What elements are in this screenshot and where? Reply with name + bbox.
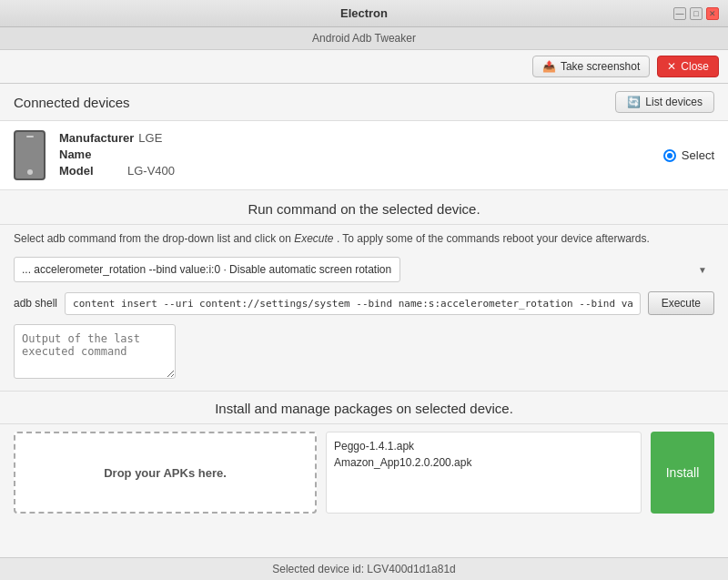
- model-value: LG-V400: [127, 164, 175, 178]
- name-label: Name: [59, 148, 123, 161]
- device-select-control[interactable]: Select: [663, 148, 714, 162]
- close-label: Close: [681, 60, 709, 73]
- screenshot-button[interactable]: 📤 Take screenshot: [532, 56, 650, 77]
- run-command-header: Run command on the selected device.: [0, 190, 728, 225]
- title-bar: Electron — □ ✕: [0, 0, 728, 27]
- adb-row: adb shell Execute: [0, 287, 728, 320]
- manufacturer-label: Manufacturer: [59, 131, 134, 145]
- output-area[interactable]: [14, 324, 176, 379]
- dropdown-arrow-icon: ▼: [698, 265, 707, 275]
- install-row: Drop your APKs here. Peggo-1.4.1.apk Ama…: [0, 424, 728, 521]
- instruction-prefix: Select adb command from the drop-down li…: [14, 232, 291, 245]
- window-title: Electron: [340, 6, 388, 20]
- drop-zone-label: Drop your APKs here.: [104, 466, 227, 480]
- list-devices-button[interactable]: 🔄 List devices: [615, 91, 714, 113]
- subtitle-bar: Android Adb Tweaker: [0, 27, 728, 50]
- name-row: Name: [59, 148, 663, 161]
- model-row: Model LG-V400: [59, 164, 663, 178]
- action-bar: 📤 Take screenshot ✕ Close: [0, 50, 728, 84]
- adb-input[interactable]: [65, 292, 641, 315]
- install-button[interactable]: Install: [651, 432, 714, 514]
- drop-zone[interactable]: Drop your APKs here.: [14, 432, 317, 514]
- select-label: Select: [682, 148, 714, 162]
- radio-button[interactable]: [663, 149, 676, 162]
- apk-list: Peggo-1.4.1.apk Amazon_App10.2.0.200.apk: [326, 432, 642, 514]
- apk-item-1: Peggo-1.4.1.apk: [334, 438, 633, 454]
- screenshot-label: Take screenshot: [561, 60, 640, 73]
- window-close-button[interactable]: ✕: [706, 7, 719, 20]
- manufacturer-value: LGE: [138, 131, 162, 145]
- list-devices-label: List devices: [645, 96, 703, 108]
- command-dropdown[interactable]: ... accelerometer_rotation --bind value:…: [14, 257, 400, 282]
- minimize-button[interactable]: —: [673, 7, 686, 20]
- instruction-suffix: . To apply some of the commands reboot y…: [337, 232, 650, 245]
- status-bar: Selected device id: LGV400d1d1a81d: [0, 557, 728, 580]
- device-info: Manufacturer LGE Name Model LG-V400: [59, 131, 663, 180]
- devices-header: Connected devices 🔄 List devices: [0, 84, 728, 121]
- execute-button[interactable]: Execute: [648, 291, 714, 315]
- install-label: Install: [666, 465, 700, 480]
- maximize-button[interactable]: □: [690, 7, 703, 20]
- main-content: Connected devices 🔄 List devices Manufac…: [0, 84, 728, 557]
- apk-item-2: Amazon_App10.2.0.200.apk: [334, 454, 633, 471]
- model-label: Model: [59, 164, 123, 178]
- manufacturer-row: Manufacturer LGE: [59, 131, 663, 145]
- instruction-text: Select adb command from the drop-down li…: [0, 225, 728, 252]
- run-command-title: Run command on the selected device.: [248, 201, 480, 217]
- app-subtitle: Android Adb Tweaker: [312, 32, 416, 45]
- install-title: Install and manage packages on selected …: [215, 401, 513, 416]
- list-devices-icon: 🔄: [627, 96, 641, 108]
- screenshot-icon: 📤: [542, 60, 556, 73]
- status-text: Selected device id: LGV400d1d1a81d: [272, 563, 456, 575]
- device-icon: [14, 130, 46, 180]
- window-controls: — □ ✕: [673, 7, 719, 20]
- device-item: Manufacturer LGE Name Model LG-V400 Sele…: [0, 121, 728, 190]
- close-icon: ✕: [667, 60, 676, 73]
- close-button[interactable]: ✕ Close: [657, 56, 719, 77]
- dropdown-wrapper: ... accelerometer_rotation --bind value:…: [14, 257, 714, 282]
- dropdown-row: ... accelerometer_rotation --bind value:…: [0, 252, 728, 287]
- connected-devices-title: Connected devices: [14, 95, 130, 110]
- adb-label: adb shell: [14, 297, 57, 310]
- install-header: Install and manage packages on selected …: [0, 391, 728, 424]
- instruction-italic: Execute: [294, 232, 333, 245]
